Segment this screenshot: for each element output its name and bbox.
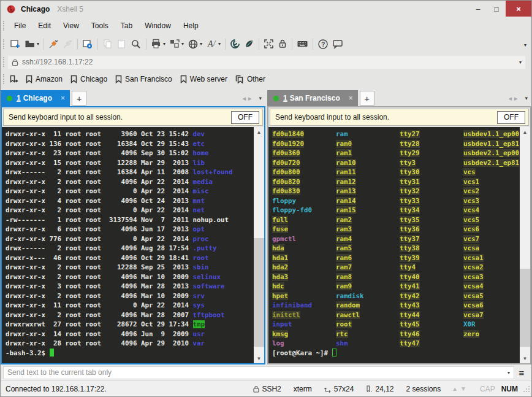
caps-lock-indicator: CAP	[474, 385, 498, 393]
scroll-thumb[interactable]	[520, 269, 530, 347]
bookmark-chicago[interactable]: Chicago	[68, 75, 113, 83]
terminal-line: drwxr-xr-x 6 root root 4096 Jun 17 2013 …	[6, 225, 254, 234]
menu-edit[interactable]: Edit	[32, 20, 57, 32]
new-tab-button[interactable]: +	[360, 91, 374, 106]
tab-scroll-right-icon[interactable]: ▸	[248, 94, 252, 102]
terminal-line: drwxr-xr-x 23 root root 4096 Sep 30 15:0…	[6, 148, 254, 158]
toolbar-drag-handle[interactable]	[3, 39, 4, 49]
address-field[interactable]: ssh://192.168.1.17:22 ▾	[8, 56, 525, 69]
xagent-icon[interactable]	[242, 36, 256, 52]
address-dropdown-icon[interactable]: ▾	[519, 60, 522, 65]
tab-close-icon[interactable]: ×	[61, 94, 65, 102]
toolbar-separator	[259, 39, 259, 50]
scrollbar-left[interactable]: ▲ ▼	[254, 127, 264, 363]
session-nav-arrows-icon: ▲▼	[447, 385, 474, 392]
bookmark-web-server[interactable]: Web server	[178, 75, 233, 83]
session-connected-dot	[273, 96, 279, 101]
terminal-line: floppy ram14 tty33 vcs3	[272, 196, 520, 206]
connect-icon[interactable]	[47, 36, 61, 52]
scroll-down-icon[interactable]: ▼	[520, 353, 530, 363]
bookmark-folder-other[interactable]: Other	[233, 75, 271, 84]
scroll-thumb[interactable]	[254, 238, 264, 347]
pane-chicago: 1 Chicago × + ◂ ▸ ▾ Send keyboard input …	[1, 90, 265, 364]
send-text-field[interactable]: ▾	[3, 366, 514, 379]
scroll-down-icon[interactable]: ▼	[254, 353, 264, 363]
new-session-icon[interactable]	[8, 36, 23, 52]
menu-drag-handle[interactable]	[3, 21, 4, 31]
menu-tab[interactable]: Tab	[115, 20, 139, 32]
address-bar: ssh://192.168.1.17:22 ▾	[1, 54, 531, 70]
minimize-button[interactable]: –	[469, 2, 487, 16]
tab-scroll-left-icon[interactable]: ◂	[508, 94, 512, 102]
terminal-line: log shm tty47	[272, 339, 520, 349]
find-icon[interactable]	[129, 36, 143, 52]
virtual-keyboard-icon[interactable]	[295, 36, 310, 52]
terminal-line: drwxr-xr-x 136 root root 16384 Oct 29 15…	[6, 139, 254, 149]
open-dropdown-icon[interactable]: ▾	[37, 41, 39, 47]
tab-list-dropdown-icon[interactable]: ▾	[259, 95, 262, 101]
bookmark-san-francisco[interactable]: San Francisco	[113, 75, 178, 83]
add-bookmark-icon[interactable]	[8, 75, 23, 84]
session-properties-icon[interactable]	[80, 36, 95, 52]
new-tab-button[interactable]: +	[72, 91, 86, 106]
broadcast-off-button[interactable]: OFF	[231, 111, 259, 124]
web-browser-icon[interactable]: ▾	[186, 36, 204, 52]
toolbar-overflow-icon[interactable]: ▾	[524, 42, 526, 48]
protocol-label: SSH2	[262, 385, 281, 393]
menu-window[interactable]: Window	[139, 20, 177, 32]
tab-scroll-left-icon[interactable]: ◂	[242, 94, 246, 102]
message-icon[interactable]	[330, 36, 345, 52]
terminal-panes: 1 Chicago × + ◂ ▸ ▾ Send keyboard input …	[1, 88, 531, 364]
close-button[interactable]: ×	[506, 1, 531, 17]
compose-bar-icon[interactable]	[228, 36, 242, 52]
lock-screen-icon[interactable]	[276, 36, 289, 52]
terminal-line: drwxr-xr-x 2 root root 12288 Sep 25 2013…	[6, 263, 254, 272]
send-history-dropdown-icon[interactable]: ▾	[504, 370, 514, 376]
tab-scroll-right-icon[interactable]: ▸	[514, 94, 518, 102]
open-session-icon[interactable]: ▾	[23, 36, 41, 52]
scrollbar-right[interactable]: ▲ ▼	[520, 127, 530, 363]
resize-grip[interactable]	[523, 385, 530, 393]
address-lock-icon	[12, 58, 18, 66]
scroll-up-icon[interactable]: ▲	[520, 127, 530, 137]
full-screen-icon[interactable]	[262, 36, 276, 52]
tab-list-dropdown-icon[interactable]: ▾	[525, 95, 528, 101]
maximize-button[interactable]: □	[487, 2, 506, 16]
terminal-line: drwxr-xr-x 3 root root 4096 Mar 28 2013 …	[6, 282, 254, 291]
font-dropdown-icon[interactable]: ▾	[218, 41, 221, 47]
terminal-line: drwxr-xr-x 2 root root 4096 Mar 10 2009 …	[6, 272, 254, 282]
tab-close-icon[interactable]: ×	[349, 94, 353, 102]
terminal-line: [root@Kara ~]#	[272, 349, 520, 358]
menu-help[interactable]: Help	[177, 20, 205, 32]
terminal-line: drwxr-xr-x 11 root root 3960 Oct 23 15:4…	[6, 129, 254, 139]
terminal-type-label: xterm	[294, 385, 312, 393]
help-icon[interactable]: ?	[316, 36, 330, 52]
bookmark-folder-icon	[235, 75, 244, 84]
menu-tools[interactable]: Tools	[85, 20, 115, 32]
font-icon[interactable]: A▾	[204, 36, 222, 52]
tab-chicago[interactable]: 1 Chicago ×	[1, 90, 70, 106]
terminal-san-francisco[interactable]: fd0u1840 ram tty27 usbdev1.1_ep00fd0u192…	[268, 127, 520, 363]
terminal-line: hda1 ram6 tty39 vcsa1	[272, 253, 520, 263]
bookmarks-drag-handle[interactable]	[3, 74, 4, 84]
broadcast-off-button[interactable]: OFF	[497, 111, 525, 124]
menu-view[interactable]: View	[57, 20, 85, 32]
transfer-layout-icon[interactable]: ▾	[167, 36, 186, 52]
scroll-up-icon[interactable]: ▲	[254, 127, 264, 137]
terminal-chicago[interactable]: drwxr-xr-x 11 root root 3960 Oct 23 15:4…	[2, 127, 254, 363]
send-options-menu-icon[interactable]: ≡	[514, 368, 529, 378]
web-dropdown-icon[interactable]: ▾	[200, 41, 202, 47]
address-drag-handle[interactable]	[3, 57, 4, 67]
bookmark-amazon[interactable]: Amazon	[23, 75, 68, 83]
send-text-input[interactable]	[4, 368, 504, 377]
bookmark-icon	[26, 75, 32, 83]
print-icon[interactable]: ▾	[149, 36, 167, 52]
tab-san-francisco[interactable]: 1 San Francisco ×	[267, 90, 358, 106]
terminal-line: hpet ramdisk tty42 vcsa5	[272, 291, 520, 301]
num-lock-indicator: NUM	[498, 385, 522, 393]
terminal-line: infiniband random tty43 vcsa6	[272, 301, 520, 310]
menu-file[interactable]: File	[8, 20, 32, 32]
terminal-line: hda3 ram8 tty40 vcsa3	[272, 272, 520, 282]
print-dropdown-icon[interactable]: ▾	[163, 41, 165, 47]
layout-dropdown-icon[interactable]: ▾	[181, 41, 184, 47]
